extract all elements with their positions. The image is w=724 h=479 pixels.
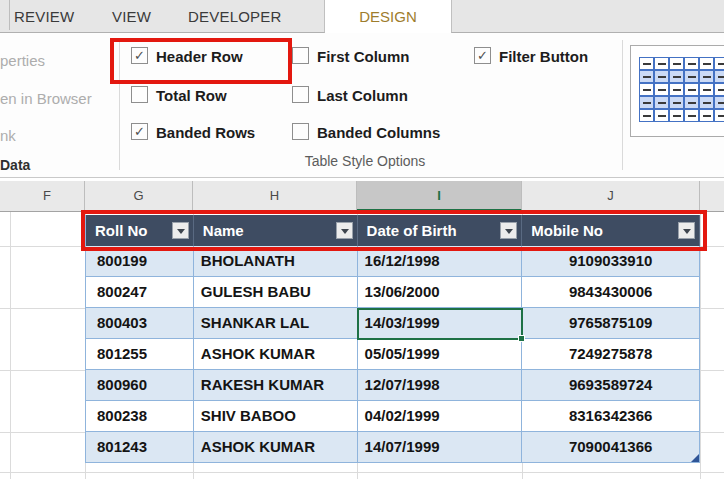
column-header-I-selected[interactable]: I <box>357 181 522 211</box>
gridline <box>10 212 11 479</box>
preview-cell <box>654 83 669 96</box>
preview-cell <box>669 57 684 70</box>
table-row: 800960 RAKESH KUMAR 12/07/1998 969358972… <box>86 370 700 401</box>
cell-roll-no[interactable]: 800960 <box>86 370 194 400</box>
preview-cell <box>654 70 669 83</box>
total-row-label[interactable]: Total Row <box>156 87 227 104</box>
tab-strip-right <box>451 0 724 33</box>
cell-name[interactable]: SHANKAR LAL <box>194 308 358 338</box>
preview-cell <box>699 83 714 96</box>
cell-mobile[interactable]: 9765875109 <box>522 308 700 338</box>
preview-cell <box>714 57 724 70</box>
cell-dob[interactable]: 12/07/1998 <box>358 370 523 400</box>
table-style-preview-grid <box>639 57 724 124</box>
first-column-checkbox[interactable] <box>292 47 309 64</box>
cell-name[interactable]: GULESH BABU <box>194 277 358 307</box>
preview-cell <box>714 96 724 109</box>
cell-mobile[interactable]: 9693589724 <box>522 370 700 400</box>
cell-roll-no[interactable]: 800247 <box>86 277 194 307</box>
table-resize-handle-icon[interactable] <box>691 454 699 462</box>
preview-cell <box>669 83 684 96</box>
preview-cell <box>654 96 669 109</box>
preview-cell <box>639 96 654 109</box>
cell-dob[interactable]: 04/02/1999 <box>358 401 523 431</box>
cell-roll-no[interactable]: 801243 <box>86 432 194 462</box>
cell-name[interactable]: ASHOK KUMAR <box>194 339 358 369</box>
cell-dob[interactable]: 13/06/2000 <box>358 277 523 307</box>
tab-developer[interactable]: DEVELOPER <box>188 0 282 33</box>
excel-window: REVIEW VIEW DEVELOPER DESIGN perties en … <box>0 0 724 479</box>
cell-dob[interactable]: 05/05/1999 <box>358 339 523 369</box>
selected-cell-outline <box>357 308 523 340</box>
cell-name[interactable]: SHIV BABOO <box>194 401 358 431</box>
group-separator <box>622 40 623 170</box>
ribbon-group-data-label: Data <box>0 157 30 173</box>
column-header-G[interactable]: G <box>85 181 193 211</box>
column-header-sliver[interactable] <box>0 0 10 30</box>
ribbon-item-open-in-browser-truncated[interactable]: en in Browser <box>0 90 92 107</box>
table-row: 801243 ASHOK KUMAR 14/07/1999 7090041366 <box>86 432 700 463</box>
table-style-options-group-label: Table Style Options <box>250 153 480 169</box>
preview-cell <box>669 109 684 122</box>
preview-cell <box>639 83 654 96</box>
preview-cell <box>684 57 699 70</box>
table-row: 800238 SHIV BABOO 04/02/1999 8316342366 <box>86 401 700 432</box>
banded-rows-label[interactable]: Banded Rows <box>156 124 255 141</box>
preview-cell <box>684 83 699 96</box>
cell-mobile[interactable]: 7090041366 <box>522 432 700 462</box>
cell-name[interactable]: ASHOK KUMAR <box>194 432 358 462</box>
preview-cell <box>684 109 699 122</box>
cell-mobile[interactable]: 9843430006 <box>522 277 700 307</box>
preview-cell <box>669 70 684 83</box>
preview-cell <box>699 70 714 83</box>
total-row-checkbox[interactable] <box>131 86 148 103</box>
last-column-checkbox[interactable] <box>292 86 309 103</box>
preview-cell <box>714 83 724 96</box>
preview-cell <box>639 109 654 122</box>
ribbon-bottom-border <box>0 177 724 178</box>
preview-cell <box>699 109 714 122</box>
cell-dob[interactable]: 14/07/1999 <box>358 432 523 462</box>
cell-mobile[interactable]: 8316342366 <box>522 401 700 431</box>
tab-design-active[interactable]: DESIGN <box>325 0 451 34</box>
preview-cell <box>639 57 654 70</box>
cell-roll-no[interactable]: 801255 <box>86 339 194 369</box>
preview-cell <box>669 96 684 109</box>
preview-cell <box>699 96 714 109</box>
annotation-red-box-header-row <box>110 38 292 84</box>
gridline <box>0 472 724 473</box>
tab-review[interactable]: REVIEW <box>14 0 74 33</box>
first-column-label[interactable]: First Column <box>317 48 410 65</box>
preview-cell <box>654 109 669 122</box>
column-header-J[interactable]: J <box>522 181 700 211</box>
table-row: 801255 ASHOK KUMAR 05/05/1999 7249275878 <box>86 339 700 370</box>
column-header-F[interactable]: F <box>10 181 85 211</box>
cell-name[interactable]: RAKESH KUMAR <box>194 370 358 400</box>
last-column-label[interactable]: Last Column <box>317 87 408 104</box>
preview-cell <box>714 109 724 122</box>
filter-button-checkbox[interactable]: ✓ <box>474 47 491 64</box>
preview-cell <box>654 57 669 70</box>
banded-columns-label[interactable]: Banded Columns <box>317 124 440 141</box>
annotation-red-box-table-header <box>81 210 707 251</box>
ribbon-item-properties-truncated[interactable]: perties <box>0 52 45 69</box>
ribbon-item-unlink-truncated[interactable]: nk <box>0 127 16 144</box>
gridline <box>700 212 701 479</box>
fill-handle[interactable] <box>518 335 525 342</box>
cell-mobile[interactable]: 7249275878 <box>522 339 700 369</box>
column-header-H[interactable]: H <box>193 181 357 211</box>
preview-cell <box>684 70 699 83</box>
cell-roll-no[interactable]: 800403 <box>86 308 194 338</box>
table-row: 800247 GULESH BABU 13/06/2000 9843430006 <box>86 277 700 308</box>
banded-rows-checkbox[interactable]: ✓ <box>131 123 148 140</box>
cell-roll-no[interactable]: 800238 <box>86 401 194 431</box>
banded-columns-checkbox[interactable] <box>292 123 309 140</box>
filter-button-label[interactable]: Filter Button <box>499 48 588 65</box>
preview-cell <box>714 70 724 83</box>
preview-cell <box>699 57 714 70</box>
preview-cell <box>639 70 654 83</box>
preview-cell <box>684 96 699 109</box>
tab-view[interactable]: VIEW <box>112 0 151 33</box>
